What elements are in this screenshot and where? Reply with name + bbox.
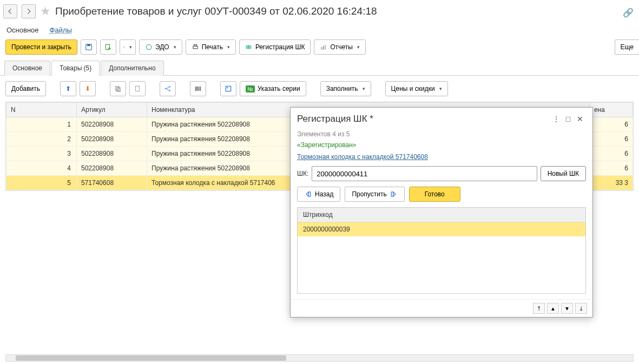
fill-button[interactable]: Заполнить (320, 81, 371, 96)
svg-rect-2 (106, 44, 109, 49)
svg-rect-7 (321, 47, 322, 50)
more-button[interactable]: Еще (615, 39, 639, 55)
share-button[interactable] (160, 81, 176, 96)
nav-forward-button[interactable] (22, 4, 36, 18)
barcode-reg-icon (245, 43, 253, 51)
cell-n: 2 (6, 132, 77, 147)
svg-rect-12 (136, 86, 140, 91)
edo-icon (145, 43, 153, 51)
link-icon[interactable]: 🔗 (623, 8, 634, 18)
svg-rect-18 (308, 192, 311, 196)
share-icon (164, 85, 172, 92)
cell-price: 6 (590, 147, 633, 161)
svg-rect-5 (193, 46, 197, 49)
reports-icon (320, 43, 327, 51)
cell-n: 3 (6, 147, 77, 161)
dialog-title: Регистрация ШК * (297, 114, 550, 124)
barcode-dialog: Регистрация ШК * ⋮ □ ✕ Элементов 4 из 5 … (290, 107, 593, 317)
tab-main[interactable]: Основное (4, 61, 50, 76)
bar-down-icon: ⤓ (579, 306, 583, 312)
cell-price: 33 3 (590, 176, 633, 190)
register-barcode-button[interactable]: Регистрация ШК (239, 39, 311, 55)
reports-button[interactable]: Отчеты (314, 39, 365, 55)
back-icon (304, 190, 312, 198)
col-price[interactable]: ена (590, 103, 633, 117)
dialog-maximize-button[interactable]: □ (562, 113, 574, 125)
scroll-bottom-button[interactable]: ⤓ (575, 303, 587, 314)
barcode-button[interactable] (190, 81, 206, 96)
image-icon (225, 85, 232, 92)
arrow-right-icon (25, 8, 32, 15)
back-button[interactable]: Назад (297, 187, 340, 202)
svg-point-13 (165, 88, 166, 89)
specify-series-button[interactable]: № Указать серии (240, 81, 306, 96)
move-down-button[interactable]: ⬇ (80, 81, 96, 96)
post-button[interactable] (100, 39, 116, 55)
svg-rect-16 (226, 86, 230, 91)
caret-up-icon: ▲ (550, 306, 556, 312)
svg-point-15 (169, 90, 170, 91)
dialog-menu-button[interactable]: ⋮ (550, 113, 562, 125)
bar-up-icon: ⤒ (537, 306, 541, 312)
prices-discounts-button[interactable]: Цены и скидки (385, 81, 448, 96)
scroll-top-button[interactable]: ⤒ (533, 303, 545, 314)
print-button[interactable]: Печать (186, 39, 236, 55)
svg-rect-8 (323, 46, 324, 50)
series-badge-icon: № (246, 85, 255, 92)
image-button[interactable] (220, 81, 236, 96)
create-based-button[interactable] (120, 39, 136, 55)
svg-rect-10 (116, 87, 119, 90)
save-close-button[interactable]: Провести и закрыть (5, 39, 77, 55)
caret-down-icon: ▼ (564, 306, 570, 312)
svg-point-17 (227, 87, 228, 88)
svg-rect-11 (117, 88, 120, 91)
barcode-row[interactable]: 2000000000039 (298, 222, 585, 236)
svg-rect-9 (325, 45, 326, 50)
barcode-icon (194, 85, 202, 92)
tab-extra[interactable]: Дополнительно (101, 61, 163, 76)
favorite-star-icon[interactable]: ★ (40, 4, 51, 18)
cell-price: 6 (590, 132, 633, 147)
shk-input[interactable] (312, 166, 537, 181)
cell-n: 4 (6, 161, 77, 176)
dialog-item-link[interactable]: Тормозная колодка с накладкой 571740608 (297, 153, 428, 161)
svg-point-4 (146, 44, 151, 49)
cell-n: 5 (6, 176, 77, 190)
printer-icon (192, 43, 199, 51)
dialog-close-button[interactable]: ✕ (574, 113, 586, 125)
scroll-up-button[interactable]: ▲ (547, 303, 559, 314)
edo-button[interactable]: ЭДО (139, 39, 182, 55)
nav-back-button[interactable] (3, 4, 17, 18)
done-button[interactable]: Готово (409, 187, 460, 202)
subtab-main[interactable]: Основное (6, 26, 39, 34)
barcode-col-header[interactable]: Штрихкод (298, 208, 585, 222)
svg-rect-19 (391, 192, 393, 196)
svg-point-14 (169, 86, 170, 87)
skip-button[interactable]: Пропустить (345, 187, 404, 202)
dialog-counter: Элементов 4 из 5 (297, 130, 586, 138)
barcode-list: Штрихкод 2000000000039 (297, 207, 586, 294)
scroll-down-button[interactable]: ▼ (561, 303, 573, 314)
post-icon (104, 43, 112, 51)
col-article[interactable]: Артикул (77, 103, 147, 117)
add-row-button[interactable]: Добавить (5, 81, 46, 96)
scrollbar-thumb[interactable] (16, 355, 286, 361)
arrow-down-icon: ⬇ (85, 85, 90, 92)
move-up-button[interactable]: ⬆ (60, 81, 76, 96)
cell-article: 571740608 (77, 176, 147, 190)
cell-article: 502208908 (77, 147, 147, 161)
new-shk-button[interactable]: Новый ШК (541, 166, 586, 181)
save-button[interactable] (81, 39, 97, 55)
arrow-up-icon: ⬆ (65, 85, 71, 92)
cell-article: 502208908 (77, 132, 147, 147)
copy-button[interactable] (110, 81, 126, 96)
tab-goods[interactable]: Товары (5) (51, 61, 100, 76)
horizontal-scrollbar[interactable] (5, 354, 634, 362)
cell-article: 502208908 (77, 161, 147, 176)
paste-button[interactable] (129, 81, 146, 96)
col-n[interactable]: N (6, 103, 77, 117)
cell-price: 6 (590, 161, 633, 176)
cell-n: 1 (6, 117, 77, 132)
subtab-files[interactable]: Файлы (50, 26, 72, 34)
skip-icon (390, 190, 398, 198)
